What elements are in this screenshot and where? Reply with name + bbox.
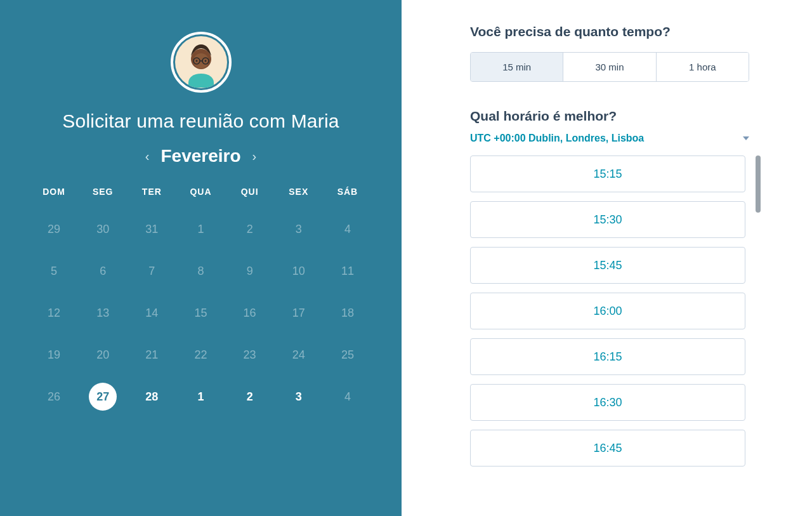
calendar-day[interactable]: 28 — [128, 376, 176, 418]
calendar-day[interactable]: 1 — [176, 376, 225, 418]
calendar-day: 14 — [128, 292, 176, 334]
calendar-day: 2 — [225, 208, 274, 250]
calendar-day: 20 — [79, 334, 128, 376]
calendar-day: 16 — [225, 292, 274, 334]
prev-month-button[interactable]: ‹ — [145, 150, 150, 162]
weekday-label: SEG — [79, 187, 128, 208]
time-slot[interactable]: 16:45 — [470, 430, 745, 466]
calendar-day: 10 — [274, 250, 323, 292]
time-slot[interactable]: 15:45 — [470, 247, 745, 284]
weekday-label: SÁB — [323, 187, 372, 208]
calendar-day: 22 — [176, 334, 225, 376]
calendar-day: 29 — [30, 208, 79, 250]
timezone-label: UTC +00:00 Dublin, Londres, Lisboa — [470, 133, 644, 144]
duration-question: Você precisa de quanto tempo? — [470, 24, 784, 39]
timezone-select[interactable]: UTC +00:00 Dublin, Londres, Lisboa — [470, 133, 749, 144]
weekday-label: TER — [128, 187, 176, 208]
time-slot[interactable]: 16:15 — [470, 338, 745, 375]
weekday-label: QUI — [225, 187, 274, 208]
time-panel: Você precisa de quanto tempo? 15 min30 m… — [402, 0, 812, 516]
calendar-day: 24 — [274, 334, 323, 376]
scrollbar-thumb[interactable] — [756, 155, 761, 213]
duration-option[interactable]: 15 min — [471, 53, 563, 81]
time-slot[interactable]: 15:30 — [470, 201, 745, 238]
calendar-panel: Solicitar uma reunião com Maria ‹ Fevere… — [0, 0, 402, 516]
calendar-day: 4 — [323, 208, 372, 250]
calendar-day: 6 — [79, 250, 128, 292]
time-slot[interactable]: 16:00 — [470, 293, 745, 329]
calendar-day: 12 — [30, 292, 79, 334]
caret-down-icon — [743, 136, 749, 140]
calendar: DOMSEGTERQUAQUISEXSÁB 293031123456789101… — [30, 187, 372, 418]
scrollbar-track[interactable] — [756, 155, 761, 486]
avatar-image — [175, 36, 227, 88]
weekday-label: QUA — [176, 187, 225, 208]
calendar-day: 13 — [79, 292, 128, 334]
next-month-button[interactable]: › — [252, 150, 257, 162]
calendar-day: 3 — [274, 208, 323, 250]
duration-option[interactable]: 30 min — [563, 53, 656, 81]
calendar-day[interactable]: 3 — [274, 376, 323, 418]
calendar-day: 25 — [323, 334, 372, 376]
calendar-day: 9 — [225, 250, 274, 292]
calendar-day: 23 — [225, 334, 274, 376]
calendar-day: 26 — [30, 376, 79, 418]
calendar-day: 11 — [323, 250, 372, 292]
time-slot[interactable]: 15:15 — [470, 155, 745, 192]
duration-selector: 15 min30 min1 hora — [470, 52, 749, 82]
calendar-day: 5 — [30, 250, 79, 292]
calendar-day[interactable]: 27 — [79, 376, 128, 418]
month-nav: ‹ Fevereiro › — [145, 146, 256, 166]
calendar-day[interactable]: 2 — [225, 376, 274, 418]
calendar-day: 17 — [274, 292, 323, 334]
calendar-day: 7 — [128, 250, 176, 292]
calendar-day: 30 — [79, 208, 128, 250]
weekday-label: SEX — [274, 187, 323, 208]
calendar-day: 21 — [128, 334, 176, 376]
month-label: Fevereiro — [160, 146, 240, 166]
time-slots-wrap: 15:1515:3015:4516:0016:1516:3016:45 — [470, 155, 761, 486]
calendar-day: 15 — [176, 292, 225, 334]
time-slot[interactable]: 16:30 — [470, 384, 745, 421]
calendar-day: 4 — [323, 376, 372, 418]
svg-point-6 — [195, 60, 197, 62]
calendar-day: 18 — [323, 292, 372, 334]
calendar-day: 1 — [176, 208, 225, 250]
duration-option[interactable]: 1 hora — [657, 53, 749, 81]
calendar-day: 31 — [128, 208, 176, 250]
page-title: Solicitar uma reunião com Maria — [62, 110, 339, 132]
calendar-day: 19 — [30, 334, 79, 376]
avatar — [171, 32, 232, 93]
weekday-label: DOM — [30, 187, 79, 208]
time-slots-list[interactable]: 15:1515:3015:4516:0016:1516:3016:45 — [470, 155, 749, 486]
svg-point-7 — [204, 60, 206, 62]
calendar-day: 8 — [176, 250, 225, 292]
time-question: Qual horário é melhor? — [470, 109, 784, 124]
